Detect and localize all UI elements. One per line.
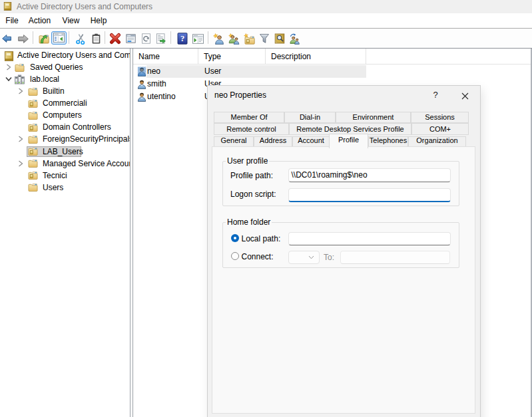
chevron-down-icon[interactable] (5, 76, 12, 82)
paste-icon (91, 33, 101, 45)
properties-button[interactable] (125, 33, 136, 45)
tree-item-aduc-root[interactable]: Active Directory Users and Computers (0, 49, 130, 61)
chevron-right-icon[interactable] (17, 88, 24, 94)
local-path-label: Local path: (242, 234, 281, 243)
folder-icon (28, 158, 38, 168)
cut-button[interactable] (75, 33, 87, 45)
connect-radio[interactable] (231, 252, 239, 260)
new-group-icon (228, 33, 240, 45)
tab-com-plus[interactable]: COM+ (411, 123, 469, 135)
user-icon (137, 92, 146, 102)
new-ou-button[interactable] (243, 33, 255, 45)
list-header: Name Type Description (133, 49, 531, 65)
dialog-titlebar: neo Properties ? (208, 86, 480, 106)
ou-folder-icon (28, 122, 38, 132)
tab-rds-profile[interactable]: Remote Desktop Services Profile (289, 123, 411, 135)
find-button[interactable] (274, 33, 286, 45)
neo-properties-dialog: neo Properties ? Member Of Dial-in Envir… (207, 85, 481, 417)
svg-text:?: ? (180, 34, 184, 43)
tree-item-foreign-security-principals[interactable]: ForeignSecurityPrincipals (0, 133, 130, 145)
folder-icon (28, 86, 38, 96)
help-button[interactable]: ? (176, 33, 188, 45)
close-icon (461, 92, 469, 100)
tab-environment[interactable]: Environment (336, 112, 411, 123)
delete-icon (109, 33, 121, 45)
tree-item-managed-service-accounts[interactable]: Managed Service Accounts (0, 158, 130, 170)
tab-profile[interactable]: Profile (329, 134, 368, 148)
tree-item-lab-local[interactable]: lab.local (0, 73, 130, 85)
up-one-level-button[interactable] (38, 33, 50, 45)
domain-icon (15, 74, 25, 84)
tab-address[interactable]: Address (254, 136, 292, 148)
menu-file[interactable]: File (0, 13, 24, 28)
forward-button[interactable] (17, 33, 29, 45)
tree-item-saved-queries[interactable]: Saved Queries (0, 61, 130, 73)
menu-help[interactable]: Help (85, 13, 112, 28)
tree-item-computers[interactable]: Computers (0, 109, 130, 121)
local-path-radio[interactable] (231, 234, 239, 242)
user-icon-selected (137, 67, 146, 76)
folder-icon (28, 134, 38, 144)
ou-folder-icon (28, 98, 38, 108)
menu-action[interactable]: Action (25, 13, 55, 28)
column-header-name[interactable]: Name (133, 49, 198, 65)
profile-path-input[interactable]: \\DC01\roaming$\neo (288, 168, 451, 182)
ou-folder-icon (28, 170, 38, 180)
chevron-right-icon[interactable] (5, 64, 12, 70)
list-row-neo[interactable]: neo User (133, 65, 531, 78)
new-user-button[interactable] (212, 33, 224, 45)
logon-script-input[interactable] (288, 188, 451, 202)
dialog-help-button[interactable]: ? (427, 86, 443, 106)
tab-sessions[interactable]: Sessions (411, 112, 469, 123)
local-path-input[interactable] (288, 232, 451, 246)
properties-icon (126, 34, 136, 43)
home-folder-group-label: Home folder (226, 218, 272, 227)
delegate-icon (289, 33, 301, 45)
chevron-right-icon[interactable] (17, 136, 24, 142)
tab-dial-in[interactable]: Dial-in (284, 112, 336, 123)
back-button[interactable] (1, 33, 13, 45)
tab-account[interactable]: Account (292, 136, 330, 148)
column-header-description[interactable]: Description (266, 49, 366, 65)
tree-item-domain-controllers[interactable]: Domain Controllers (0, 121, 130, 133)
folder-icon (15, 63, 25, 72)
folder-icon (28, 110, 38, 120)
drive-letter-combo[interactable] (288, 251, 320, 264)
export-list-button[interactable] (154, 33, 166, 45)
tab-telephones[interactable]: Telephones (368, 136, 408, 148)
tree-item-lab-users[interactable]: LAB_Users (0, 146, 130, 158)
menu-view[interactable]: View (58, 13, 84, 28)
cell-name: utentino (147, 90, 176, 103)
chevron-down-icon (308, 255, 314, 259)
tab-remote-control[interactable]: Remote control (214, 123, 289, 135)
show-console-tree-button[interactable] (51, 31, 67, 45)
aduc-window: Active Directory Users and Computers Fil… (0, 0, 532, 417)
tab-member-of[interactable]: Member Of (214, 112, 284, 123)
refresh-button[interactable] (140, 33, 152, 45)
new-window-button[interactable] (192, 33, 204, 45)
toolbar-separator (105, 31, 105, 44)
profile-path-label: Profile path: (230, 171, 273, 180)
tree-item-tecnici[interactable]: Tecnici (0, 170, 130, 182)
delegate-button[interactable] (289, 33, 301, 45)
tab-general[interactable]: General (214, 136, 254, 148)
filter-button[interactable] (258, 33, 270, 45)
delete-button[interactable] (109, 33, 121, 45)
new-ou-icon (243, 33, 255, 45)
connect-to-input[interactable] (340, 251, 450, 264)
chevron-right-icon[interactable] (17, 160, 24, 167)
dialog-close-button[interactable] (455, 86, 474, 106)
cell-type: User (204, 65, 221, 78)
tree-item-builtin[interactable]: Builtin (0, 85, 130, 97)
cell-name: smith (147, 78, 166, 90)
up-one-level-icon (39, 34, 49, 44)
cell-name: neo (147, 65, 160, 78)
help-icon: ? (177, 33, 188, 45)
tab-organization[interactable]: Organization (408, 136, 466, 148)
paste-button[interactable] (90, 33, 102, 45)
new-group-button[interactable] (228, 33, 240, 45)
console-tree-pane: Active Directory Users and Computers Sav… (0, 49, 131, 417)
column-header-type[interactable]: Type (198, 49, 266, 65)
tree-item-commerciali[interactable]: Commerciali (0, 97, 130, 109)
tree-item-users[interactable]: Users (0, 182, 130, 194)
